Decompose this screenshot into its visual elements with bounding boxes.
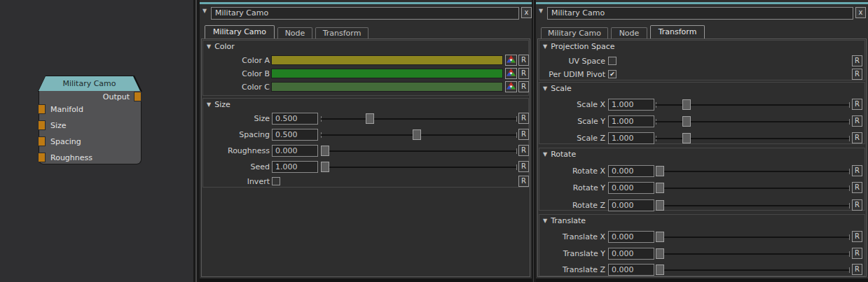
translate-x-slider[interactable] [656, 232, 850, 242]
scale-z-slider[interactable] [656, 133, 850, 143]
translate-x-input[interactable]: 0.000 [608, 231, 654, 243]
collapse-triangle-icon[interactable]: ▼ [207, 100, 211, 109]
reset-button[interactable]: R [518, 81, 529, 92]
reset-button[interactable]: R [852, 115, 862, 127]
scale-x-input[interactable]: 1.000 [608, 99, 654, 111]
slider-handle[interactable] [682, 99, 691, 110]
close-panel-button[interactable]: x [855, 7, 866, 18]
roughness-slider[interactable] [321, 146, 517, 156]
slider-handle[interactable] [656, 265, 664, 275]
roughness-input[interactable]: 0.000 [272, 145, 318, 157]
reset-button[interactable]: R [518, 176, 529, 187]
reset-button[interactable]: R [852, 99, 862, 110]
slider-handle[interactable] [656, 232, 664, 242]
panel-splitter[interactable] [193, 0, 200, 282]
reset-button[interactable]: R [852, 199, 862, 211]
color-a-swatch[interactable] [271, 55, 503, 65]
node-graph-canvas[interactable]: Military Camo Output Manifold Size Spac [0, 0, 193, 282]
slider-handle[interactable] [656, 248, 664, 259]
scale-z-input[interactable]: 1.000 [608, 132, 654, 144]
collapse-triangle-icon[interactable]: ▼ [543, 84, 547, 93]
output-port[interactable] [134, 92, 142, 101]
slider-handle[interactable] [321, 146, 329, 156]
panel-title-field[interactable]: Military Camo [211, 7, 519, 20]
reset-button[interactable]: R [518, 113, 529, 124]
collapse-triangle-icon[interactable]: ▼ [539, 8, 547, 14]
spacing-input-port[interactable] [38, 136, 46, 146]
invert-checkbox[interactable] [272, 177, 280, 185]
reset-button[interactable]: R [518, 68, 529, 79]
color-picker-button[interactable] [505, 55, 517, 66]
tab-transform[interactable]: Transform [315, 27, 368, 38]
collapse-triangle-icon[interactable]: ▼ [202, 8, 211, 14]
color-picker-button[interactable] [505, 81, 517, 92]
slider-handle[interactable] [682, 133, 691, 143]
rotate-y-label: Rotate Y [539, 183, 605, 193]
size-input[interactable]: 0.500 [272, 113, 318, 125]
color-b-swatch[interactable] [271, 69, 503, 78]
roughness-input-port[interactable] [38, 153, 46, 162]
uv-space-checkbox[interactable] [608, 57, 616, 65]
translate-y-input[interactable]: 0.000 [608, 248, 654, 260]
reset-button[interactable]: R [518, 145, 529, 156]
rotate-x-input[interactable]: 0.000 [608, 165, 654, 177]
color-picker-button[interactable] [505, 68, 517, 79]
rotate-z-slider[interactable] [656, 200, 850, 211]
slider-handle[interactable] [656, 166, 664, 176]
spacing-input[interactable]: 0.500 [272, 129, 318, 141]
translate-z-input[interactable]: 0.000 [608, 264, 654, 276]
rotate-x-slider[interactable] [656, 166, 850, 176]
spacing-row: Spacing 0.500 R [203, 129, 528, 141]
slider-handle[interactable] [413, 129, 421, 140]
tab-military-camo[interactable]: Military Camo [205, 25, 275, 38]
manifold-input-port[interactable] [38, 104, 46, 114]
tab-node[interactable]: Node [277, 27, 312, 38]
close-panel-button[interactable]: x [521, 7, 532, 18]
reset-button[interactable]: R [852, 55, 862, 66]
scale-x-slider[interactable] [656, 99, 850, 110]
node-body[interactable]: Output Manifold Size Spacing Roug [39, 91, 142, 164]
slider-handle[interactable] [682, 116, 691, 127]
translate-z-slider[interactable] [656, 265, 850, 275]
reset-button[interactable]: R [852, 182, 862, 193]
reset-button[interactable]: R [518, 161, 529, 172]
node-title[interactable]: Military Camo [39, 76, 140, 91]
rotate-y-slider[interactable] [656, 183, 850, 193]
collapse-triangle-icon[interactable]: ▼ [543, 150, 547, 159]
reset-button[interactable]: R [852, 231, 862, 242]
spacing-slider[interactable] [321, 129, 517, 140]
seed-slider[interactable] [321, 162, 517, 172]
reset-button[interactable]: R [852, 165, 862, 176]
collapse-triangle-icon[interactable]: ▼ [207, 42, 211, 51]
scale-y-input[interactable]: 1.000 [608, 115, 654, 127]
tab-transform[interactable]: Transform [650, 25, 705, 38]
reset-button[interactable]: R [852, 69, 862, 80]
seed-input[interactable]: 1.000 [272, 161, 318, 173]
reset-button[interactable]: R [518, 129, 529, 140]
slider-handle[interactable] [366, 113, 374, 124]
reset-button[interactable]: R [518, 55, 529, 66]
collapse-triangle-icon[interactable]: ▼ [543, 42, 547, 51]
military-camo-node[interactable]: Military Camo Output Manifold Size Spac [39, 76, 142, 164]
size-slider[interactable] [321, 113, 517, 124]
collapse-triangle-icon[interactable]: ▼ [543, 216, 547, 225]
panel-title-field[interactable]: Military Camo [547, 7, 853, 20]
per-udim-pivot-checkbox[interactable]: ✔ [608, 70, 616, 78]
translate-y-slider[interactable] [656, 248, 850, 259]
slider-track [321, 167, 517, 168]
slider-handle[interactable] [656, 200, 664, 211]
color-c-swatch[interactable] [271, 82, 503, 92]
reset-button[interactable]: R [852, 248, 862, 259]
size-input-port[interactable] [38, 120, 46, 130]
scale-y-slider[interactable] [656, 116, 850, 127]
reset-button[interactable]: R [852, 264, 862, 275]
rotate-z-input[interactable]: 0.000 [608, 199, 654, 211]
tab-node[interactable]: Node [611, 27, 647, 38]
slider-handle[interactable] [321, 162, 329, 172]
slider-track [656, 237, 850, 238]
reset-button[interactable]: R [852, 132, 862, 143]
slider-handle[interactable] [656, 183, 664, 193]
size-row: Size 0.500 R [203, 113, 528, 125]
rotate-y-input[interactable]: 0.000 [608, 182, 654, 194]
tab-military-camo[interactable]: Military Camo [541, 27, 608, 38]
